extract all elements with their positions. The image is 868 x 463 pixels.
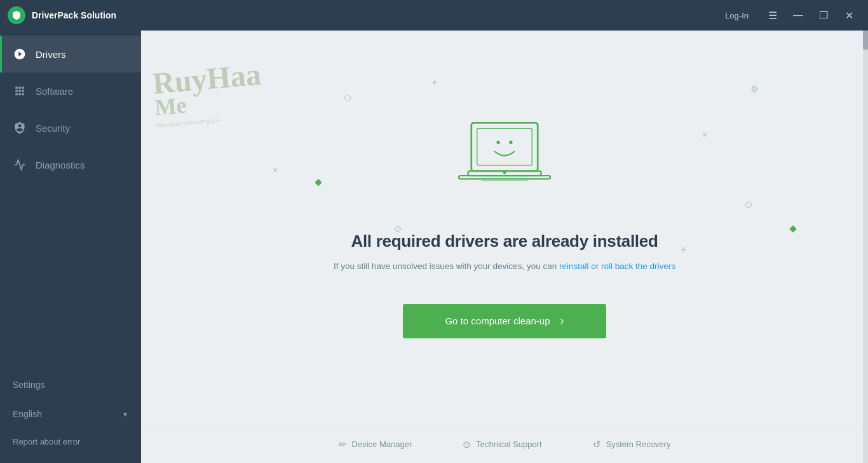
sidebar: Drivers Software Security Diagnostics: [0, 31, 141, 463]
deco-gear-1: ⚙: [750, 84, 759, 94]
menu-button[interactable]: ☰: [761, 4, 784, 27]
deco-cross-1: ✕: [272, 166, 278, 175]
report-error-item[interactable]: Report about error: [0, 428, 141, 455]
sidebar-item-software[interactable]: Software: [0, 73, 141, 109]
deco-diamond-2: [789, 225, 796, 232]
svg-point-3: [509, 141, 512, 144]
deco-cross-2: ✕: [702, 130, 708, 139]
sidebar-item-security[interactable]: Security: [0, 109, 141, 146]
main-layout: Drivers Software Security Diagnostics: [0, 31, 868, 463]
deco-plus-2: +: [681, 244, 686, 254]
footer-device-manager[interactable]: ✏ Device Manager: [339, 439, 412, 450]
sidebar-item-drivers[interactable]: Drivers: [0, 36, 141, 73]
language-left: English: [13, 409, 42, 419]
security-icon: [13, 121, 27, 135]
settings-label: Settings: [13, 380, 45, 390]
sidebar-label-diagnostics: Diagnostics: [36, 160, 85, 170]
sidebar-label-software: Software: [36, 86, 73, 97]
deco-diamond-1: [315, 179, 322, 186]
svg-rect-0: [471, 123, 538, 172]
footer-device-manager-label: Device Manager: [352, 439, 412, 449]
subtitle-link[interactable]: reinstall or roll back the drivers: [559, 261, 675, 271]
titlebar: DriverPack Solution Log-In ☰ — ❐ ✕: [0, 0, 868, 31]
maximize-button[interactable]: ❐: [812, 4, 835, 27]
svg-rect-5: [459, 176, 550, 179]
deco-circle-2: [745, 202, 752, 208]
cleanup-button-label: Go to computer clean-up: [445, 315, 550, 326]
svg-rect-1: [477, 129, 532, 166]
scrollbar[interactable]: [863, 31, 868, 463]
footer-technical-support-label: Technical Support: [476, 439, 541, 449]
scrollbar-thumb: [863, 31, 868, 50]
svg-point-2: [496, 141, 499, 144]
footer-system-recovery-label: System Recovery: [606, 439, 671, 449]
app-logo: [8, 6, 25, 24]
main-title: All required drivers are already install…: [351, 232, 658, 251]
main-content: RuyHaa Me download software gratis + + ✕: [141, 31, 868, 463]
sidebar-bottom: Settings English ▼ Report about error: [0, 370, 141, 463]
deco-plus-1: +: [432, 77, 437, 87]
content-area: + + ✕ ✕ ⚙: [141, 31, 868, 425]
chevron-down-icon: ▼: [122, 411, 128, 418]
settings-item[interactable]: Settings: [0, 370, 141, 400]
laptop-illustration: [447, 117, 562, 209]
sidebar-item-diagnostics[interactable]: Diagnostics: [0, 146, 141, 183]
titlebar-controls: Log-In ☰ — ❐ ✕: [725, 4, 860, 27]
subtitle-text: If you still have unsolved issues with y…: [334, 261, 559, 271]
technical-support-icon: ⊙: [463, 439, 471, 450]
sidebar-label-drivers: Drivers: [36, 49, 66, 60]
sidebar-label-security: Security: [36, 123, 70, 134]
sidebar-nav: Drivers Software Security Diagnostics: [0, 31, 141, 370]
device-manager-icon: ✏: [339, 439, 347, 450]
system-recovery-icon: ↺: [593, 439, 601, 450]
drivers-icon: [13, 47, 27, 61]
minimize-button[interactable]: —: [787, 4, 810, 27]
diagnostics-icon: [13, 158, 27, 172]
cleanup-button[interactable]: Go to computer clean-up ›: [403, 304, 606, 338]
footer-technical-support[interactable]: ⊙ Technical Support: [463, 439, 541, 450]
main-subtitle: If you still have unsolved issues with y…: [334, 260, 675, 273]
software-icon: [13, 84, 27, 98]
report-error-label: Report about error: [13, 437, 80, 446]
deco-circle-1: [344, 95, 351, 101]
footer-system-recovery[interactable]: ↺ System Recovery: [593, 439, 671, 450]
arrow-right-icon: ›: [560, 314, 564, 328]
language-label: English: [13, 409, 42, 419]
svg-rect-7: [482, 179, 527, 181]
main-footer: ✏ Device Manager ⊙ Technical Support ↺ S…: [141, 425, 868, 463]
login-button[interactable]: Log-In: [725, 11, 749, 20]
language-selector[interactable]: English ▼: [0, 400, 141, 428]
app-name: DriverPack Solution: [32, 10, 725, 20]
close-button[interactable]: ✕: [837, 4, 860, 27]
svg-point-6: [503, 172, 506, 175]
